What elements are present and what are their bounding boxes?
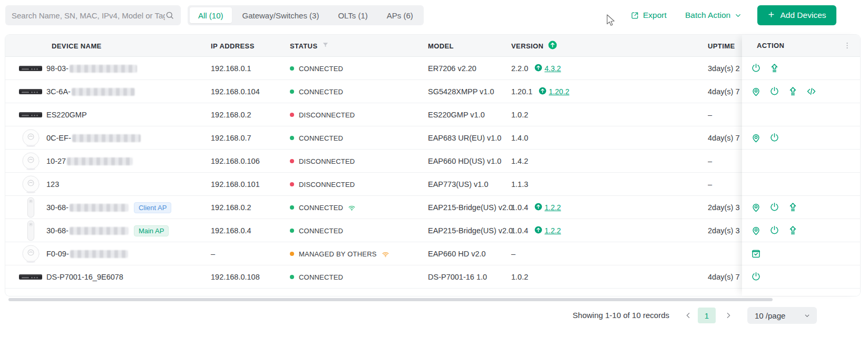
upgrade-version-link[interactable]: 4.3.2	[534, 64, 561, 73]
table-row[interactable]: 98-03- 192.168.0.1 CONNECTED ER7206 v2.2…	[5, 57, 860, 80]
device-type-tab[interactable]: Gateway/Switches (3)	[234, 7, 328, 23]
version: 1.1.3	[511, 180, 528, 189]
horizontal-scrollbar[interactable]	[8, 298, 773, 301]
version: 1.0.4	[511, 226, 528, 235]
model: EAP660 HD(US) v1.0	[428, 150, 501, 173]
table-row[interactable]: F0-09- – MANAGED BY OTHERS EAP660 HD v2.…	[5, 242, 860, 265]
status-text: DISCONNECTED	[299, 111, 355, 119]
upgrade-action-icon[interactable]	[769, 63, 780, 74]
uptime: 4day(s) 7	[708, 126, 742, 150]
adopt-action-icon[interactable]	[750, 248, 762, 259]
table-row[interactable]: 3C-6A- 192.168.0.104 CONNECTED SG5428XMP…	[5, 80, 860, 103]
reboot-action-icon[interactable]	[769, 86, 780, 97]
table-row[interactable]: 30-68- Main AP 192.168.0.4 CONNECTED EAP…	[5, 219, 860, 242]
column-header-model[interactable]: MODEL	[428, 35, 454, 57]
more-options-icon[interactable]	[842, 40, 853, 51]
ip-address: 192.168.0.7	[211, 126, 251, 150]
version: 1.4.2	[511, 157, 528, 165]
column-header-version[interactable]: VERSION	[511, 35, 558, 57]
redacted-text	[70, 250, 128, 258]
status-dot	[290, 275, 294, 279]
upgrade-action-icon[interactable]	[787, 202, 798, 213]
action-row	[742, 219, 860, 242]
export-button[interactable]: Export	[630, 5, 667, 25]
ip-address: –	[211, 242, 215, 265]
upgrade-version-link[interactable]: 1.2.2	[534, 203, 561, 212]
device-type-tabs: All (10)Gateway/Switches (3)OLTs (1)APs …	[188, 5, 424, 25]
upgrade-available-icon	[534, 203, 542, 212]
locate-action-icon[interactable]	[750, 225, 762, 236]
locate-action-icon[interactable]	[750, 202, 762, 213]
device-type-tab[interactable]: OLTs (1)	[329, 7, 376, 23]
action-row	[742, 242, 860, 265]
table-row[interactable]: 30-68- Client AP 192.168.0.2 CONNECTED E…	[5, 196, 860, 219]
table-header-row: DEVICE NAME IP ADDRESS STATUS MODEL VERS…	[5, 35, 860, 57]
sort-ascending-icon[interactable]	[548, 40, 558, 52]
status-dot	[290, 90, 294, 94]
locate-action-icon[interactable]	[750, 132, 762, 143]
model: EAP683 UR(EU) v1.0	[428, 126, 501, 150]
redacted-text	[70, 227, 129, 235]
reboot-action-icon[interactable]	[750, 271, 762, 282]
uptime: 2day(s) 3	[708, 196, 742, 219]
device-type-tab[interactable]: APs (6)	[378, 7, 422, 23]
table-row[interactable]: 123 192.168.0.101 DISCONNECTED EAP773(US…	[5, 173, 860, 196]
bridge-device-icon	[17, 197, 44, 218]
model: EAP773(US) v1.0	[428, 173, 488, 196]
table-row[interactable]: DS-P7001-16_9E6078 192.168.0.108 CONNECT…	[5, 265, 860, 289]
action-row	[742, 126, 860, 150]
uptime: 2day(s) 3	[708, 219, 742, 242]
locate-action-icon[interactable]	[750, 86, 762, 97]
redacted-text	[70, 65, 137, 73]
status-text: CONNECTED	[299, 134, 343, 142]
device-search[interactable]	[5, 5, 181, 25]
action-row	[742, 57, 860, 80]
upgrade-version-link[interactable]: 1.20.2	[539, 87, 569, 96]
batch-action-button[interactable]: Batch Action	[685, 5, 742, 25]
router-device-icon	[17, 64, 44, 73]
page-number-button[interactable]: 1	[698, 308, 716, 323]
reboot-action-icon[interactable]	[769, 132, 780, 143]
status-dot	[290, 205, 294, 210]
upgrade-action-icon[interactable]	[787, 225, 798, 236]
upgrade-version-link[interactable]: 1.2.2	[534, 226, 561, 235]
status-dot	[290, 182, 294, 186]
upgrade-action-icon[interactable]	[787, 86, 798, 97]
status-text: CONNECTED	[299, 273, 343, 281]
device-name: ES220GMP	[46, 111, 87, 119]
add-devices-button[interactable]: Add Devices	[757, 5, 836, 25]
device-type-tab[interactable]: All (10)	[190, 7, 232, 23]
reboot-action-icon[interactable]	[769, 225, 780, 236]
column-header-status[interactable]: STATUS	[290, 35, 329, 57]
table-row[interactable]: ES220GMP 192.168.0.2 DISCONNECTED ES220G…	[5, 103, 860, 126]
ap-device-icon	[17, 175, 44, 194]
ap-device-icon	[17, 128, 44, 148]
export-icon	[630, 11, 639, 20]
column-header-ip-address[interactable]: IP ADDRESS	[211, 35, 255, 57]
column-header-device-name[interactable]: DEVICE NAME	[52, 35, 102, 57]
reboot-action-icon[interactable]	[769, 202, 780, 213]
page-size-select[interactable]: 10 /page	[747, 307, 817, 324]
device-name: 0C-EF-	[46, 134, 71, 142]
table-row[interactable]: 10-27 192.168.0.106 DISCONNECTED EAP660 …	[5, 150, 860, 173]
column-header-uptime[interactable]: UPTIME	[708, 35, 735, 57]
ip-address: 192.168.0.1	[211, 57, 251, 80]
records-summary: Showing 1-10 of 10 records	[511, 307, 669, 324]
device-name: DS-P7001-16_9E6078	[46, 273, 123, 281]
action-row	[742, 150, 860, 173]
reboot-action-icon[interactable]	[750, 63, 762, 74]
uptime: –	[708, 173, 742, 196]
version: 1.0.4	[511, 203, 528, 212]
search-input[interactable]	[12, 11, 165, 20]
cli-action-icon[interactable]	[806, 86, 817, 97]
table-row[interactable]: 0C-EF- 192.168.0.7 CONNECTED EAP683 UR(E…	[5, 126, 860, 150]
device-name: 10-27	[46, 157, 66, 165]
status-text: CONNECTED	[299, 88, 343, 96]
previous-page-button[interactable]	[681, 308, 696, 323]
action-column-panel: ACTION	[742, 35, 860, 296]
router-device-icon	[17, 273, 44, 281]
ip-address: 192.168.0.104	[211, 80, 260, 103]
filter-icon[interactable]	[321, 41, 329, 51]
status-dot	[290, 229, 294, 233]
next-page-button[interactable]	[721, 308, 736, 323]
